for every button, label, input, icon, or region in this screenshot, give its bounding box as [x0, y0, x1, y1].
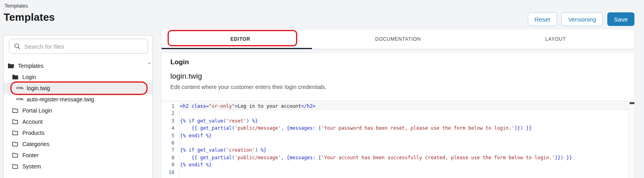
folder-outline-icon: [12, 108, 20, 113]
header-actions: ResetVersioningSave: [528, 12, 634, 26]
line-number: 7: [162, 146, 174, 154]
tree-item-footer[interactable]: Footer: [4, 150, 152, 161]
line-number: 1: [162, 103, 174, 110]
tree-item-auto-register-message-twig[interactable]: HTMLauto-register-message.twig: [4, 94, 152, 105]
tree-item-templates[interactable]: Templates: [4, 60, 152, 71]
tree-item-login[interactable]: Login: [4, 71, 152, 83]
line-number: 3: [162, 117, 174, 125]
template-description: Edit content where your customer enters …: [170, 84, 326, 90]
editor-vertical-scrollbar[interactable]: [629, 101, 634, 178]
code-line[interactable]: {% endif %}: [180, 132, 628, 139]
file-sidebar: TemplatesLoginHTMLlogin.twigHTMLauto-reg…: [3, 35, 153, 178]
tree-item-label: System: [22, 163, 41, 170]
code-line[interactable]: [180, 139, 628, 146]
line-number: 6: [162, 139, 174, 146]
tree-item-login-twig[interactable]: HTMLlogin.twig: [4, 83, 152, 94]
tab-documentation[interactable]: DOCUMENTATION: [319, 30, 477, 49]
tree-item-label: Footer: [22, 152, 38, 158]
code-line[interactable]: {% if get_value('reset') %}: [180, 117, 628, 125]
tree-item-account[interactable]: Account: [4, 116, 152, 127]
scrollbar-thumb[interactable]: [630, 102, 634, 104]
tab-label: DOCUMENTATION: [375, 36, 421, 42]
tree-item-label: Portal Login: [22, 107, 52, 114]
folder-filled-icon: [12, 74, 20, 80]
code-line[interactable]: <h2 class="sr-only">Log in to your accou…: [180, 103, 628, 110]
tree-item-label: login.twig: [27, 85, 50, 91]
code-line[interactable]: {% if get_value('creation') %}: [180, 146, 628, 154]
reset-button[interactable]: Reset: [528, 12, 557, 26]
tree-item-system[interactable]: System: [4, 161, 152, 172]
tree-item-label: Templates: [18, 63, 43, 69]
code-line[interactable]: {{ get_partial('public/message', {messag…: [180, 154, 628, 161]
code-line[interactable]: [180, 169, 628, 176]
file-search-box[interactable]: [9, 39, 148, 54]
html-file-icon: HTML: [16, 98, 24, 101]
editor-panel: Login login.twig Edit content where your…: [162, 53, 634, 178]
scrollbar-up-arrow[interactable]: ▲: [148, 61, 151, 65]
folder-outline-icon: [12, 141, 20, 147]
line-number: 8: [162, 154, 174, 161]
page-title: Templates: [4, 11, 55, 24]
line-number: 2: [162, 110, 174, 117]
tree-item-products[interactable]: Products: [4, 127, 152, 138]
line-number: 4: [162, 125, 174, 132]
tree-item-portal-login[interactable]: Portal Login: [4, 105, 152, 116]
tab-label: EDITOR: [231, 36, 251, 42]
template-filename: login.twig: [170, 72, 202, 81]
code-area[interactable]: <h2 class="sr-only">Log in to your accou…: [180, 103, 628, 176]
folder-outline-icon: [12, 119, 20, 125]
tree-item-label: Categories: [22, 141, 49, 147]
tab-label: LAYOUT: [545, 36, 566, 42]
file-tree: TemplatesLoginHTMLlogin.twigHTMLauto-reg…: [4, 60, 152, 172]
code-editor[interactable]: 12345678910 <h2 class="sr-only">Log in t…: [162, 101, 634, 178]
folder-outline-icon: [12, 152, 20, 158]
folder-outline-icon: [12, 130, 20, 136]
code-line[interactable]: {% endif %}: [180, 161, 628, 168]
tab-editor[interactable]: EDITOR: [162, 30, 319, 49]
versioning-button[interactable]: Versioning: [561, 12, 603, 26]
line-number: 5: [162, 132, 174, 139]
tree-item-categories[interactable]: Categories: [4, 138, 152, 150]
save-button[interactable]: Save: [607, 12, 634, 26]
folder-open-filled-icon: [8, 63, 16, 69]
search-icon: [14, 43, 20, 49]
tree-item-label: Products: [22, 130, 44, 136]
breadcrumb[interactable]: Templates: [4, 3, 28, 9]
tab-layout[interactable]: LAYOUT: [477, 30, 634, 49]
tree-item-label: Login: [22, 74, 36, 80]
tab-bar: EDITORDOCUMENTATIONLAYOUT: [162, 30, 634, 49]
folder-outline-icon: [12, 164, 20, 169]
line-number-gutter: 12345678910: [162, 103, 180, 176]
code-line[interactable]: {{ get_partial('public/message', {messag…: [180, 125, 628, 132]
tree-item-label: Account: [22, 119, 43, 125]
template-group-title: Login: [170, 58, 189, 66]
code-line[interactable]: [180, 110, 628, 117]
html-file-icon: HTML: [16, 87, 24, 90]
search-input[interactable]: [24, 43, 136, 50]
line-number: 9: [162, 161, 174, 168]
line-number: 10: [162, 169, 174, 176]
tree-item-label: auto-register-message.twig: [27, 96, 94, 103]
